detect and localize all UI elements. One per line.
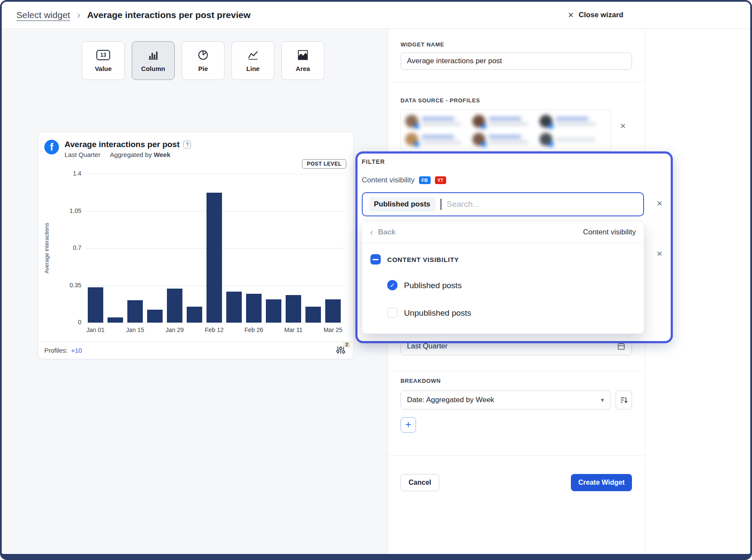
chart-y-tick-label: 0	[78, 319, 81, 326]
avatar	[405, 133, 418, 146]
remove-data-source-icon[interactable]: ✕	[620, 123, 626, 130]
filter-dropdown-panel: ‹ Back Content visibility CONTENT VISIBI…	[362, 221, 644, 334]
chart-y-tick-label: 0.35	[70, 282, 81, 289]
network-badge-icon	[481, 142, 486, 147]
chart-x-tick-label: Mar 11	[274, 326, 313, 333]
unpublished-posts-checkbox[interactable]	[387, 308, 398, 318]
selected-filter-chip[interactable]: Published posts	[369, 197, 435, 212]
calendar-icon	[617, 342, 626, 351]
widget-name-input[interactable]	[401, 52, 632, 70]
widget-type-label: Value	[95, 65, 111, 72]
network-badge-icon	[481, 124, 486, 129]
widget-type-value[interactable]: 13 Value	[82, 41, 125, 80]
chart-gridline	[86, 323, 344, 323]
widget-type-label: Line	[247, 65, 260, 72]
chart-bar	[305, 307, 321, 323]
chart-y-tick-label: 1.4	[73, 170, 81, 177]
area-chart-icon	[297, 49, 308, 61]
content-visibility-group-label[interactable]: CONTENT VISIBILITY	[387, 256, 459, 263]
line-chart-icon	[247, 49, 259, 61]
profiles-more-link[interactable]: +10	[71, 347, 82, 354]
avatar	[472, 115, 485, 128]
youtube-badge: YT	[435, 176, 446, 184]
chart-bar	[266, 299, 281, 323]
widget-type-area[interactable]: Area	[281, 41, 324, 80]
cancel-button[interactable]: Cancel	[401, 474, 439, 491]
close-wizard-button[interactable]: ✕ Close wizard	[568, 2, 623, 28]
chart-bar	[88, 287, 103, 323]
network-badge-icon	[549, 124, 553, 129]
profile-item[interactable]	[539, 112, 607, 130]
create-widget-button[interactable]: Create Widget	[571, 474, 632, 491]
breakdown-select[interactable]: Date: Aggregated by Week ▾	[401, 391, 610, 409]
widget-type-column[interactable]: Column	[132, 41, 175, 80]
search-placeholder: Search...	[447, 200, 479, 209]
close-wizard-label: Close wizard	[579, 11, 623, 19]
metric-settings-button[interactable]: 2	[336, 345, 345, 355]
widget-type-selector: 13 Value Column	[82, 41, 324, 80]
page-title: Average interactions per post preview	[87, 10, 251, 20]
profile-item[interactable]	[472, 130, 539, 148]
filter-search-input[interactable]: Published posts Search...	[362, 192, 644, 216]
profile-item[interactable]	[472, 112, 539, 130]
screenshot-frame: Select widget › Average interactions per…	[0, 0, 752, 560]
profile-item[interactable]	[405, 130, 472, 148]
close-icon: ✕	[568, 11, 574, 20]
chart-x-tick-label: Feb 12	[195, 326, 234, 333]
value-widget-icon: 13	[96, 49, 110, 61]
chart-y-axis-title: Average interactions	[43, 174, 50, 323]
chart-bar	[147, 310, 163, 323]
chart-bar	[325, 299, 341, 323]
text-caret	[441, 199, 441, 210]
chart-x-tick-label: Feb 26	[234, 326, 273, 333]
card-title: Average interactions per post	[65, 140, 179, 149]
post-level-badge: POST LEVEL	[302, 159, 346, 169]
facebook-icon: f	[44, 140, 59, 154]
breadcrumb-select-widget[interactable]: Select widget	[16, 10, 70, 20]
help-icon[interactable]: ?	[183, 141, 191, 148]
avatar	[539, 115, 552, 128]
data-source-profiles-box[interactable]	[401, 109, 611, 151]
blurred-profiles	[401, 110, 611, 151]
card-header: f Average interactions per post ? Last Q…	[44, 140, 191, 158]
breakdown-sort-button[interactable]	[616, 391, 632, 409]
chart-y-tick-label: 1.05	[70, 207, 81, 214]
back-button[interactable]: ‹ Back	[370, 227, 395, 237]
avatar	[539, 133, 552, 146]
preview-pane: 13 Value Column	[2, 28, 388, 554]
dropdown-header: ‹ Back Content visibility	[362, 222, 644, 243]
avatar	[405, 115, 418, 128]
section-divider	[388, 371, 645, 371]
chevron-left-icon: ‹	[370, 227, 373, 237]
add-breakdown-button[interactable]: +	[401, 417, 416, 433]
chart-gridline	[86, 174, 344, 174]
chart-x-tick-label: Jan 01	[76, 326, 115, 333]
chart-x-tick-label: Mar 25	[314, 326, 352, 333]
data-source-label: DATA SOURCE - PROFILES	[401, 97, 480, 104]
chart-bar	[108, 317, 123, 323]
published-posts-option[interactable]: Published posts	[404, 281, 462, 290]
profile-item[interactable]	[405, 112, 472, 130]
chevron-right-icon: ›	[77, 9, 80, 21]
widget-type-pie[interactable]: Pie	[182, 41, 225, 80]
chart-bar	[187, 307, 202, 323]
widget-name-label: WIDGET NAME	[401, 41, 444, 48]
unpublished-posts-option[interactable]: Unpublished posts	[404, 308, 471, 318]
widget-preview-card: f Average interactions per post ? Last Q…	[38, 132, 354, 359]
dropdown-header-title: Content visibility	[583, 228, 636, 237]
avatar	[472, 133, 485, 146]
published-posts-checkbox[interactable]: ✓	[387, 280, 398, 290]
profiles-label: Profiles:	[44, 347, 68, 354]
remove-filter-icon[interactable]: ✕	[656, 200, 663, 207]
chart-bar	[127, 300, 143, 323]
wizard-header: Select widget › Average interactions per…	[2, 2, 750, 29]
section-divider	[388, 82, 645, 82]
widget-type-label: Pie	[198, 65, 208, 72]
filter-popup: FILTER Content visibility FB YT Publishe…	[355, 151, 673, 343]
chevron-down-icon: ▾	[601, 396, 604, 404]
profile-item[interactable]	[539, 130, 607, 148]
widget-type-line[interactable]: Line	[231, 41, 274, 80]
content-visibility-group-checkbox[interactable]	[370, 254, 381, 265]
chart-bar	[286, 295, 301, 323]
remove-filter-icon-2[interactable]: ✕	[656, 250, 663, 258]
